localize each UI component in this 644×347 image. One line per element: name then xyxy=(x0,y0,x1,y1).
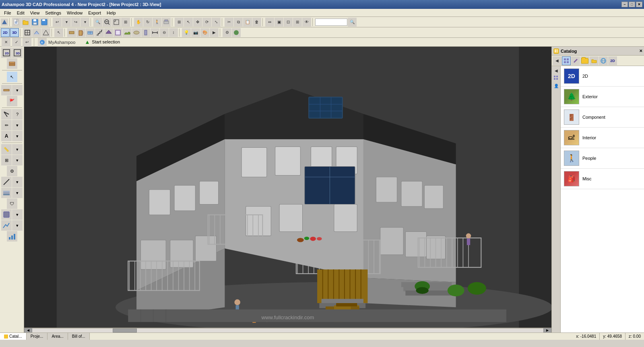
2d-btn[interactable]: 2D xyxy=(1,28,10,37)
copy-btn[interactable]: ⧉ xyxy=(234,18,243,27)
light-btn[interactable]: 💡 xyxy=(182,28,191,37)
camera-btn[interactable]: 📷 xyxy=(191,28,200,37)
catalog-item-2d[interactable]: 2D 2D xyxy=(561,66,644,87)
paste-btn[interactable]: 📋 xyxy=(243,18,252,27)
align-btn[interactable]: ⊞ xyxy=(293,18,302,27)
floor-plan-btn[interactable] xyxy=(23,28,32,37)
scroll-left-btn[interactable]: ◀ xyxy=(24,328,32,333)
redo-btn[interactable]: ↪ xyxy=(71,18,80,27)
menu-export[interactable]: Export xyxy=(86,10,103,16)
lt-elevation-dropdown[interactable]: ▾ xyxy=(12,220,23,231)
measure-btn[interactable] xyxy=(151,28,159,37)
lt-layers-dropdown[interactable]: ▾ xyxy=(12,188,23,198)
terrain-btn[interactable] xyxy=(123,28,132,37)
catalog-2d-toggle-btn[interactable]: 2D xyxy=(608,56,617,65)
column-btn[interactable] xyxy=(141,28,150,37)
tab-project[interactable]: Proje... xyxy=(27,333,48,340)
catalog-back-btn[interactable]: ◀ xyxy=(553,56,561,65)
elevation-btn[interactable]: ↕ xyxy=(169,28,178,37)
catalog-nav-person-btn[interactable]: 👤 xyxy=(553,82,560,89)
stair-btn[interactable] xyxy=(95,28,104,37)
lt-line-dropdown[interactable]: ▾ xyxy=(12,177,23,187)
lt-chart-btn[interactable] xyxy=(7,231,17,242)
view-btn[interactable]: 👁 xyxy=(302,18,311,27)
render-quality-btn[interactable] xyxy=(162,18,171,27)
catalog-folder-btn[interactable] xyxy=(580,56,589,65)
minimize-button[interactable]: − xyxy=(621,2,628,7)
catalog-item-interior[interactable]: 🛋 Interior xyxy=(561,128,644,148)
close-button[interactable]: ✕ xyxy=(636,2,642,7)
lt-grid-dropdown[interactable]: ▾ xyxy=(12,155,23,165)
render-btn[interactable]: ▶ xyxy=(210,28,219,37)
lt-solid-btn[interactable] xyxy=(1,209,12,220)
catalog-item-component[interactable]: 🚪 Component xyxy=(561,107,644,128)
lt-pen-dropdown[interactable]: ▾ xyxy=(12,120,23,130)
roof-btn[interactable] xyxy=(104,28,113,37)
menu-help[interactable]: Help xyxy=(104,10,118,16)
lt-2d-btn[interactable]: 2D xyxy=(1,48,12,58)
menu-edit[interactable]: Edit xyxy=(14,10,27,16)
lt-text-dropdown[interactable]: ▾ xyxy=(12,131,23,141)
lt-floor-btn[interactable] xyxy=(7,58,17,69)
lt-line-btn[interactable] xyxy=(1,177,12,187)
explode-btn[interactable]: ⊡ xyxy=(284,18,293,27)
catalog-web-btn[interactable] xyxy=(599,56,608,65)
lt-settings-btn[interactable]: ⚙ xyxy=(7,166,17,176)
lt-solid-dropdown[interactable]: ▾ xyxy=(12,209,23,220)
room-btn[interactable] xyxy=(114,28,122,37)
lt-shield-btn[interactable]: 🛡 xyxy=(7,198,17,209)
scroll-right-btn[interactable]: ▶ xyxy=(543,328,551,333)
lt-measure-dropdown[interactable]: ▾ xyxy=(12,144,23,155)
window-btn[interactable] xyxy=(86,28,95,37)
catalog-item-misc[interactable]: 🎒 Misc xyxy=(561,169,644,189)
mode-unknown-btn2[interactable]: ↩ xyxy=(23,38,31,47)
catalog-item-people[interactable]: 🚶 People xyxy=(561,148,644,169)
mode-unknown-btn1[interactable]: ✓ xyxy=(12,38,21,47)
catalog-folder-open-btn[interactable] xyxy=(590,56,599,65)
cut-btn[interactable]: ✂ xyxy=(225,18,233,27)
new-btn[interactable] xyxy=(12,18,21,27)
open-btn[interactable] xyxy=(21,18,30,27)
lt-wall-btn[interactable] xyxy=(1,85,12,95)
move-btn[interactable]: ✥ xyxy=(193,18,202,27)
3d-btn[interactable]: 3D xyxy=(10,28,19,37)
lt-select-btn[interactable]: ↖ xyxy=(7,72,17,82)
catalog-close-btn[interactable]: ✕ xyxy=(639,49,642,53)
save-btn[interactable] xyxy=(31,18,39,27)
menu-window[interactable]: Window xyxy=(64,10,85,16)
tab-area[interactable]: Area... xyxy=(47,333,68,340)
lt-flag-btn[interactable]: 🚩 xyxy=(7,96,17,106)
catalog-nav-grid-btn[interactable] xyxy=(553,74,560,82)
menu-file[interactable]: File xyxy=(2,10,14,16)
lt-cursor-btn[interactable] xyxy=(1,109,12,120)
tab-catalog[interactable]: Catal... xyxy=(0,333,27,340)
app-logo-btn[interactable] xyxy=(1,19,8,26)
redo-dropdown[interactable]: ▾ xyxy=(80,18,89,27)
catalog-nav-back-btn[interactable]: ◀ xyxy=(553,67,560,74)
perspective-btn[interactable] xyxy=(41,28,50,37)
catalog-item-exterior[interactable]: 🌲 Exterior xyxy=(561,87,644,107)
3d-view-btn[interactable] xyxy=(32,28,41,37)
undo-dropdown[interactable]: ▾ xyxy=(62,18,71,27)
zoom-window-btn[interactable]: ⊞ xyxy=(121,18,130,27)
walk-btn[interactable]: 🚶 xyxy=(153,18,161,27)
lt-pen-btn[interactable]: ✏ xyxy=(1,120,12,130)
scroll-thumb[interactable] xyxy=(113,328,137,333)
maximize-button[interactable]: □ xyxy=(629,2,635,7)
settings-gear-btn[interactable]: ⚙ xyxy=(223,28,231,37)
save-all-btn[interactable] xyxy=(40,18,49,27)
color-btn[interactable] xyxy=(232,28,241,37)
viewport[interactable]: www.fullcrackindir.com ◀ ▶ xyxy=(24,47,551,333)
catalog-view-grid-btn[interactable] xyxy=(562,56,571,65)
lt-question-btn[interactable]: ? xyxy=(12,109,23,120)
menu-settings[interactable]: Settings xyxy=(43,10,64,16)
lt-grid-btn[interactable]: ⊞ xyxy=(1,155,12,165)
zoom-fit-btn[interactable] xyxy=(112,18,121,27)
texture-btn[interactable]: 🎨 xyxy=(200,28,209,37)
zoom-out-btn[interactable] xyxy=(103,18,111,27)
lt-layers-btn[interactable] xyxy=(1,188,12,198)
delete-btn[interactable]: 🗑 xyxy=(252,18,261,27)
section-btn[interactable]: ⊖ xyxy=(160,28,169,37)
wall-btn[interactable] xyxy=(67,28,76,37)
close-mode-btn[interactable]: ✕ xyxy=(2,38,10,47)
